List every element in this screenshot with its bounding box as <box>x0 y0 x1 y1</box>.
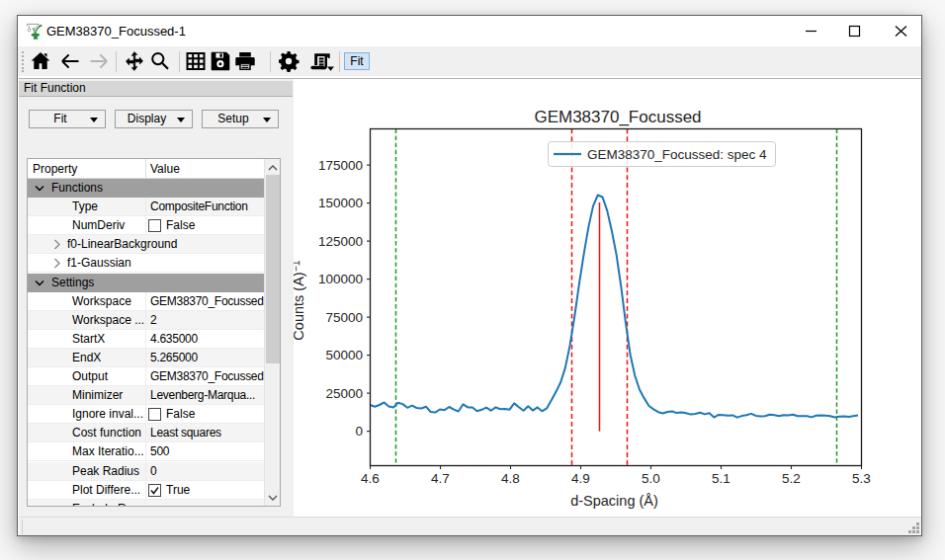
svg-text:GEM38370_Focussed: GEM38370_Focussed <box>534 108 701 126</box>
svg-text:Counts (Å)−1: Counts (Å)−1 <box>294 260 306 340</box>
svg-text:d-Spacing (Å): d-Spacing (Å) <box>570 493 658 509</box>
svg-text:175000: 175000 <box>318 158 363 173</box>
svg-text:0: 0 <box>355 424 363 439</box>
svg-text:4.8: 4.8 <box>501 471 520 486</box>
svg-text:125000: 125000 <box>318 234 363 249</box>
svg-text:5.0: 5.0 <box>642 471 660 486</box>
svg-text:50000: 50000 <box>325 348 363 362</box>
svg-text:GEM38370_Focussed: spec 4: GEM38370_Focussed: spec 4 <box>587 147 767 162</box>
svg-text:4.6: 4.6 <box>361 471 380 486</box>
svg-text:75000: 75000 <box>325 310 363 325</box>
svg-text:4.9: 4.9 <box>571 471 590 486</box>
svg-text:25000: 25000 <box>325 386 363 401</box>
svg-text:5.2: 5.2 <box>782 471 801 486</box>
svg-text:4.7: 4.7 <box>431 471 450 486</box>
svg-text:5.1: 5.1 <box>712 471 730 486</box>
svg-text:5.3: 5.3 <box>852 471 871 486</box>
svg-text:150000: 150000 <box>318 196 363 210</box>
svg-text:100000: 100000 <box>318 272 363 286</box>
